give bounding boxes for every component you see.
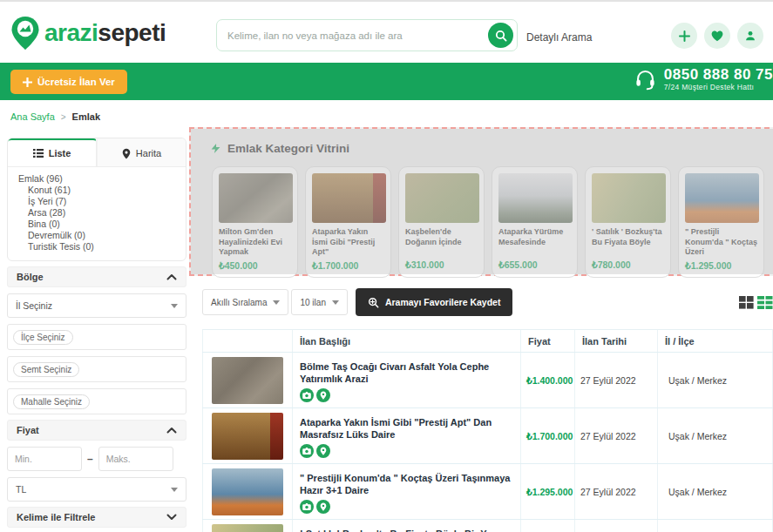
location-pin-icon [316,500,330,514]
category-is-yeri[interactable]: İş Yeri (7) [18,196,175,207]
quarter-input[interactable]: Semt Seçiniz [7,356,186,382]
listing-title[interactable]: ! Satılık ! Bozkuş'ta Bu Fiyata Böyle Bi… [300,528,512,532]
listing-location: Uşak / Merkez [658,408,773,463]
category-panel: Liste Harita Emlak (96) Konut (61) İş Ye… [7,138,186,261]
table-header-row: İlan Başlığı Fiyat İlan Tarihi İl / İlçe [202,330,773,353]
table-row[interactable]: " Prestijli Konum'da " Koçtaş Üzeri Taşı… [202,464,773,520]
free-post-ad-button[interactable]: Ücretsiz İlan Ver [10,70,127,94]
chevron-up-icon [166,427,177,434]
neighborhood-input[interactable]: Mahalle Seçiniz [7,388,186,414]
header-price-col: Fiyat [521,330,575,352]
showcase-card[interactable]: Kaşbelen'de Doğanın İçinde ₺310.000 [398,166,485,278]
action-bar: Ücretsiz İlan Ver 0850 888 80 75 7/24 Mü… [0,63,773,100]
showcase-card[interactable]: ' Satılık ' Bozkuş'ta Bu Fiyata Böyle ₺7… [585,166,671,278]
tab-liste[interactable]: Liste [8,138,97,166]
card-title: Ataparka Yakın İsmi Gibi "Prestij Apt" [312,227,384,258]
camera-icon [300,388,314,402]
save-search-button[interactable]: Aramayı Favorilere Kaydet [356,288,512,316]
section-bolge[interactable]: Bölge [7,266,186,287]
per-page-select[interactable]: 10 ilan [291,289,347,315]
listing-date [575,520,658,532]
listing-photo[interactable] [212,357,283,404]
chevron-up-icon [166,273,177,280]
support-hotline[interactable]: 0850 888 80 75 7/24 Müşteri Destek Hattı [634,67,773,91]
category-konut[interactable]: Konut (61) [18,185,175,196]
plus-icon [679,30,690,42]
listing-photo [498,173,573,223]
add-listing-button[interactable] [671,23,697,49]
listing-price [521,520,575,532]
breadcrumb-home-link[interactable]: Ana Sayfa [10,111,55,122]
site-logo[interactable]: arazisepeti [10,16,166,51]
category-arsa[interactable]: Arsa (28) [18,207,175,219]
header-photo-col [202,330,293,352]
user-icon [744,30,756,42]
header-location-col: İl / İlçe [658,330,773,352]
listing-title[interactable]: Ataparka Yakın İsmi Gibi "Prestij Apt" D… [300,416,512,441]
caret-down-icon [171,488,178,492]
section-fiyat[interactable]: Fiyat [7,420,186,441]
listing-toolbar: Akıllı Sıralama 10 ilan Aramayı Favorile… [202,287,773,317]
card-title: " Prestijli Konum'da " Koçtaş Üzeri [685,227,757,258]
listing-photo [312,173,386,223]
table-row[interactable]: Ataparka Yakın İsmi Gibi "Prestij Apt" D… [202,408,773,464]
province-select[interactable]: İl Seçiniz [7,293,186,318]
camera-icon [300,500,314,514]
category-showcase: Emlak Kategori Vitrini Milton Gm'den Hay… [189,127,773,276]
location-pin-icon [316,444,330,458]
card-title: Milton Gm'den Hayalinizdeki Evi Yapmak [219,227,291,258]
listing-price: ₺1.700.000 [521,408,575,463]
search-favorite-icon [368,297,379,308]
showcase-card[interactable]: Ataparka Yakın İsmi Gibi "Prestij Apt" ₺… [305,166,391,278]
breadcrumb: Ana Sayfa > Emlak [10,111,100,122]
category-emlak[interactable]: Emlak (96) [18,173,175,185]
tab-harita[interactable]: Harita [97,138,186,166]
category-devremulk[interactable]: Devremülk (0) [18,230,175,241]
favorites-button[interactable] [704,23,730,49]
listing-location [658,520,773,532]
map-pin-logo-icon [10,16,40,51]
listing-title[interactable]: Bölme Taş Ocağı Civarı Asfalt Yola Cephe… [300,360,512,385]
showcase-card[interactable]: Ataparka Yürüme Mesafesinde ₺655.000 [492,166,578,278]
grid-view-icon[interactable] [739,296,754,309]
camera-icon [300,444,314,458]
price-max-input[interactable] [98,447,173,471]
district-input[interactable]: İlçe Seçiniz [7,324,186,350]
location-pin-icon [316,388,330,402]
category-turistik-tesis[interactable]: Turistik Tesis (0) [18,241,175,253]
price-min-input[interactable] [7,447,82,471]
plus-icon [23,77,32,87]
support-line-label: 7/24 Müşteri Destek Hattı [664,83,773,91]
showcase-card[interactable]: " Prestijli Konum'da " Koçtaş Üzeri ₺1.2… [678,166,764,278]
sort-select[interactable]: Akıllı Sıralama [202,289,288,315]
logo-wordmark: arazisepeti [44,19,166,47]
listing-photo [405,173,479,223]
section-kelime-filtrele[interactable]: Kelime ile Filtrele [7,507,186,528]
detailed-search-link[interactable]: Detaylı Arama [526,31,592,44]
card-price: ₺1.700.000 [312,260,384,271]
currency-select[interactable]: TL [7,477,186,502]
table-row[interactable]: ! Satılık ! Bozkuş'ta Bu Fiyata Böyle Bi… [202,520,773,532]
listing-photo[interactable] [212,413,283,460]
category-bina[interactable]: Bina (0) [18,219,175,230]
listing-photo [685,173,759,223]
table-row[interactable]: Bölme Taş Ocağı Civarı Asfalt Yola Cephe… [202,353,773,408]
card-price: ₺310.000 [405,259,478,270]
header-date-col: İlan Tarihi [575,330,658,352]
account-button[interactable] [737,23,763,49]
listing-price: ₺1.400.000 [521,353,575,407]
showcase-card[interactable]: Milton Gm'den Hayalinizdeki Evi Yapmak ₺… [212,166,298,278]
search-input[interactable] [217,30,488,41]
listing-photo[interactable] [212,468,283,515]
showcase-title: Emlak Kategori Vitrini [227,142,349,155]
listing-title[interactable]: " Prestijli Konum'da " Koçtaş Üzeri Taşı… [300,472,512,496]
search-button[interactable] [488,23,513,48]
card-title: Kaşbelen'de Doğanın İçinde [405,227,478,257]
card-price: ₺450.000 [219,260,291,271]
listing-date: 27 Eylül 2022 [575,408,658,463]
list-view-icon[interactable] [757,296,773,309]
listing-photo [592,173,666,223]
listing-photo[interactable] [212,524,283,532]
card-title: Ataparka Yürüme Mesafesinde [498,227,571,257]
listing-date: 27 Eylül 2022 [575,353,658,407]
